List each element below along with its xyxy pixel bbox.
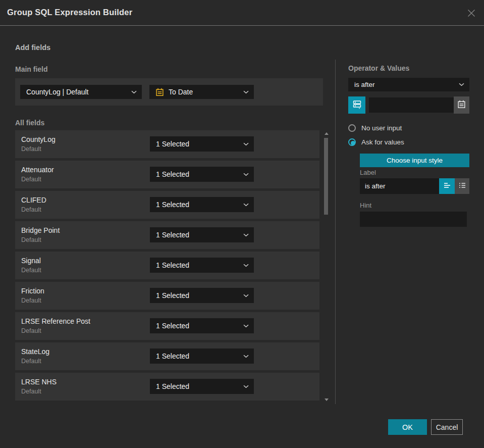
radio-circle-selected-icon [348,138,356,146]
field-name: CountyLog [21,135,56,143]
main-field-panel: CountyLog | Default To Date [15,78,323,106]
operator-values-heading: Operator & Values [348,64,409,72]
field-name: CLIFED [21,196,46,204]
label-input[interactable] [360,178,439,194]
field-selection-value: 1 Selected [156,352,240,360]
field-subtitle: Default [21,388,41,395]
chevron-down-icon [243,324,249,328]
hint-input[interactable] [360,212,467,227]
field-selection-value: 1 Selected [156,231,240,239]
field-selection-value: 1 Selected [156,170,240,178]
close-icon[interactable] [467,9,476,18]
field-selection-select[interactable]: 1 Selected [150,318,254,333]
field-row-clifed: CLIFED Default 1 Selected [15,191,319,219]
field-selection-value: 1 Selected [156,261,240,269]
chevron-down-icon [243,203,249,207]
field-row-lrse-reference-post: LRSE Reference Post Default 1 Selected [15,312,319,340]
field-name: LRSE Reference Post [21,317,90,325]
field-row-lrse-nhs: LRSE NHS Default 1 Selected [15,373,319,401]
list-icon [458,181,466,191]
field-selection-value: 1 Selected [156,322,240,330]
radio-circle-icon [348,124,356,132]
scrollbar-thumb[interactable] [324,138,328,215]
value-input[interactable] [369,97,454,113]
chevron-down-icon [243,355,249,358]
value-calendar-button[interactable] [454,96,469,114]
cancel-button[interactable]: Cancel [431,419,463,435]
scrollbar-up-arrow-icon[interactable] [325,132,329,135]
field-selection-value: 1 Selected [156,291,240,300]
main-field-date-select[interactable]: To Date [149,85,254,99]
field-selection-value: 1 Selected [156,201,240,209]
chevron-down-icon [243,142,249,146]
field-subtitle: Default [21,145,41,153]
choose-input-style-button[interactable]: Choose input style [360,154,469,167]
main-field-heading: Main field [15,65,48,73]
field-subtitle: Default [21,297,41,304]
field-selection-value: 1 Selected [156,382,240,390]
radio-label: Ask for values [361,138,404,146]
field-subtitle: Default [21,206,41,213]
panel-divider [335,60,336,404]
chevron-down-icon [243,233,249,237]
stack-select-icon [352,99,362,111]
radio-ask-for-values[interactable]: Ask for values [348,138,404,146]
value-source-button[interactable] [348,96,365,114]
chevron-down-icon [459,83,464,86]
main-field-select[interactable]: CountyLog | Default [20,85,142,99]
field-selection-select[interactable]: 1 Selected [150,197,254,212]
field-selection-select[interactable]: 1 Selected [150,379,254,394]
chevron-down-icon [243,385,249,388]
chevron-down-icon [243,264,249,267]
field-subtitle: Default [21,358,41,365]
titlebar: Group SQL Expression Builder [0,0,484,26]
ok-button[interactable]: OK [388,419,427,435]
operator-select-value: is after [354,81,456,88]
chevron-down-icon [131,90,137,94]
input-style-text-button[interactable] [439,178,455,194]
chevron-down-icon [243,294,249,297]
field-name: Attenuator [21,166,54,174]
label-caption: Label [360,169,376,176]
dialog-title: Group SQL Expression Builder [7,8,132,17]
field-row-signal: Signal Default 1 Selected [15,252,319,279]
field-selection-select[interactable]: 1 Selected [150,258,254,273]
field-selection-select[interactable]: 1 Selected [150,288,254,303]
field-subtitle: Default [21,267,41,274]
field-subtitle: Default [21,236,41,243]
radio-no-user-input[interactable]: No user input [348,124,402,132]
radio-label: No user input [361,124,402,132]
field-row-friction: Friction Default 1 Selected [15,282,319,310]
field-subtitle: Default [21,176,41,183]
all-fields-heading: All fields [15,119,44,127]
calendar-icon [457,100,466,111]
field-selection-select[interactable]: 1 Selected [150,167,254,182]
scrollbar-down-arrow-icon[interactable] [325,399,329,401]
field-row-statelog: StateLog Default 1 Selected [15,342,319,370]
add-fields-heading: Add fields [15,43,50,52]
group-sql-expression-builder-dialog: Group SQL Expression Builder Add fields … [0,0,484,448]
all-fields-list: CountyLog Default 1 Selected Attenuator … [15,130,319,401]
field-selection-select[interactable]: 1 Selected [150,136,254,152]
field-name: LRSE NHS [21,378,57,386]
field-row-bridge-point: Bridge Point Default 1 Selected [15,221,319,249]
input-style-list-button[interactable] [455,178,469,194]
chevron-down-icon [243,90,249,94]
hint-caption: Hint [360,202,371,209]
operator-select[interactable]: is after [348,78,469,91]
field-name: StateLog [21,347,49,356]
calendar-icon [155,88,164,96]
field-row-attenuator: Attenuator Default 1 Selected [15,161,319,188]
field-selection-select[interactable]: 1 Selected [150,227,254,242]
chevron-down-icon [243,173,249,176]
main-field-select-value: CountyLog | Default [26,88,128,96]
align-left-icon [443,181,451,191]
field-name: Friction [21,287,44,295]
field-selection-value: 1 Selected [156,140,240,148]
main-field-date-value: To Date [169,88,240,96]
field-name: Signal [21,257,41,265]
field-subtitle: Default [21,327,41,334]
field-selection-select[interactable]: 1 Selected [150,349,254,364]
field-row-countylog: CountyLog Default 1 Selected [15,130,319,158]
field-name: Bridge Point [21,226,60,234]
